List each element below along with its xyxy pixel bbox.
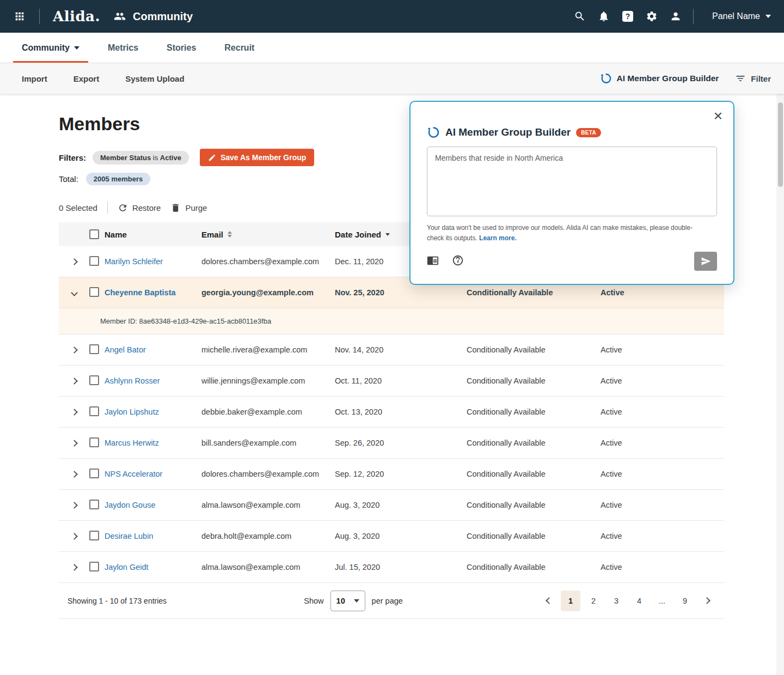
expand-row-button[interactable] [59,379,89,384]
row-checkbox[interactable] [89,500,99,509]
member-detail-row: Member ID: 8ae63348-e1d3-429e-ac15-acb80… [59,308,724,335]
export-button[interactable]: Export [74,74,100,83]
page-size-select[interactable]: 10 [330,591,365,611]
account-person-icon[interactable] [669,10,682,23]
row-checkbox[interactable] [89,287,99,297]
help-circle-icon[interactable] [452,254,464,268]
save-as-member-group-button[interactable]: Save As Member Group [200,149,314,166]
pagination-page-1[interactable]: 1 [561,591,580,611]
scrollbar-thumb[interactable] [778,102,783,187]
column-email[interactable]: Email [201,230,335,239]
purge-button[interactable]: Purge [170,203,207,213]
expand-row-button[interactable] [59,410,89,415]
expand-row-button[interactable] [59,472,89,477]
filter-chip-member-status[interactable]: Member Status is Active [93,151,189,165]
tab-metrics[interactable]: Metrics [99,33,147,63]
restore-button[interactable]: Restore [118,203,161,213]
select-all-checkbox[interactable] [89,229,99,239]
row-checkbox[interactable] [89,344,99,354]
pagination-prev[interactable] [540,591,558,611]
notifications-bell-icon[interactable] [597,10,610,23]
learn-more-link[interactable]: Learn more. [479,234,517,242]
settings-gear-icon[interactable] [645,10,658,23]
member-name-link[interactable]: Jaydon Gouse [105,501,156,509]
expand-row-button[interactable] [59,259,89,264]
tab-stories[interactable]: Stories [158,33,205,63]
member-availability: Conditionally Available [467,288,601,297]
table-body: Marilyn Schleifer dolores.chambers@examp… [59,246,724,583]
member-date-joined: Oct. 13, 2020 [335,408,467,416]
page-size-value: 10 [336,597,345,605]
ai-swirl-icon [600,72,612,84]
apps-grid-icon[interactable] [13,10,26,23]
topbar-divider [693,9,694,24]
community-people-icon [113,10,126,23]
expand-row-button[interactable] [59,565,89,570]
ai-swirl-icon [427,126,440,139]
member-date-joined: Aug. 3, 2020 [335,501,467,509]
member-name-link[interactable]: NPS Accelerator [105,470,162,478]
member-date-joined: Sep. 26, 2020 [335,439,467,447]
column-name[interactable]: Name [105,230,127,239]
member-availability: Conditionally Available [467,532,601,540]
expand-row-button[interactable] [59,290,89,295]
tab-label: Stories [167,43,196,53]
chevron-right-icon [703,597,710,604]
row-checkbox[interactable] [89,406,99,416]
panel-name: Panel Name [712,11,760,21]
row-checkbox[interactable] [89,531,99,540]
panel-selector[interactable]: Panel Name [712,11,771,21]
tab-community[interactable]: Community [13,33,88,63]
pagination-next[interactable] [698,591,715,611]
pagination-page-3[interactable]: 3 [607,591,626,611]
expand-row-button[interactable] [59,441,89,446]
member-name-link[interactable]: Ashlynn Rosser [105,376,160,385]
ai-builder-label: AI Member Group Builder [617,74,719,83]
system-upload-button[interactable]: System Upload [125,74,184,83]
row-checkbox[interactable] [89,256,99,266]
beta-badge: BETA [576,128,601,137]
tab-recruit[interactable]: Recruit [216,33,263,63]
row-checkbox[interactable] [89,469,99,478]
chevron-expand-icon [71,471,78,478]
member-availability: Conditionally Available [467,345,601,354]
member-name-link[interactable]: Jaylon Lipshutz [105,408,159,416]
chevron-expand-icon [71,564,78,571]
search-icon[interactable] [573,10,586,23]
ai-prompt-input[interactable]: Members that reside in North America [427,147,717,216]
member-name-link[interactable]: Desirae Lubin [105,532,153,540]
pagination-page-2[interactable]: 2 [584,591,603,611]
table-row: NPS Accelerator dolores.chambers@example… [59,459,724,490]
member-status: Active [601,470,724,478]
import-button[interactable]: Import [22,74,47,83]
actions-toolbar: Import Export System Upload AI Member Gr… [0,63,784,94]
member-name-link[interactable]: Angel Bator [105,345,146,354]
filters-label: Filters: [59,153,86,162]
member-name-link[interactable]: Cheyenne Baptista [105,288,176,297]
pagination-page-9[interactable]: 9 [675,591,695,611]
send-button[interactable] [694,252,717,271]
member-name-link[interactable]: Marcus Herwitz [105,439,159,447]
expand-row-button[interactable] [59,534,89,539]
close-icon[interactable] [714,108,722,124]
prompt-templates-icon[interactable] [427,254,439,268]
app-title: Community [133,10,193,23]
ai-member-group-builder-button[interactable]: AI Member Group Builder [600,72,719,84]
member-name-link[interactable]: Jaylon Geidt [105,563,149,571]
member-name-link[interactable]: Marilyn Schleifer [105,257,163,266]
help-icon[interactable] [621,10,634,23]
chevron-expand-icon [71,346,78,354]
pagination-page-4[interactable]: 4 [629,591,649,611]
filter-button[interactable]: Filter [735,73,771,84]
expand-row-button[interactable] [59,348,89,352]
expand-row-button[interactable] [59,503,89,508]
table-row: Jaydon Gouse alma.lawson@example.com Aug… [59,490,724,521]
purge-label: Purge [185,203,207,212]
scrollbar-track[interactable] [776,94,784,675]
show-label: Show [304,597,323,605]
row-checkbox[interactable] [89,562,99,571]
row-checkbox[interactable] [89,375,99,385]
chevron-down-icon [354,599,359,603]
member-email: willie.jennings@example.com [201,376,335,385]
row-checkbox[interactable] [89,437,99,447]
